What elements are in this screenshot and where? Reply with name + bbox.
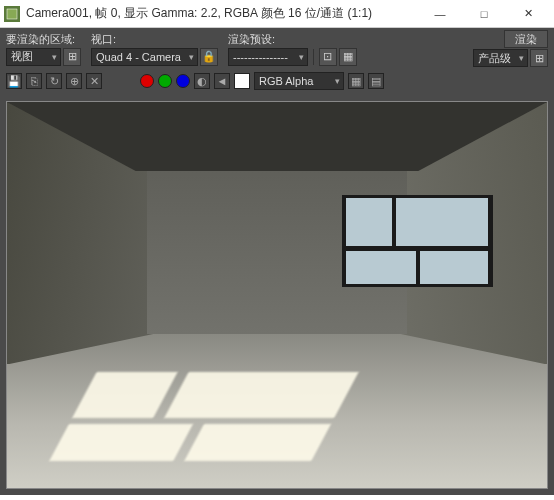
clone-icon[interactable]: ↻ — [46, 73, 62, 89]
rendered-room — [7, 102, 547, 488]
viewport-dropdown[interactable]: Quad 4 - Camera — [91, 48, 198, 66]
viewport-label: 视口: — [91, 32, 218, 47]
window-pane — [346, 198, 391, 246]
render-area-dropdown[interactable]: 视图 — [6, 48, 61, 66]
close-button[interactable]: ✕ — [506, 1, 550, 27]
window-pane — [346, 251, 416, 283]
toolbar: 要渲染的区域: 视图 ⊞ 视口: Quad 4 - Camera 🔒 渲染预设:… — [0, 28, 554, 95]
area-tool-button[interactable]: ⊞ — [63, 48, 81, 66]
window-pane — [396, 198, 488, 246]
window-controls: — □ ✕ — [418, 1, 550, 27]
viewport-container — [0, 95, 554, 495]
viewport-group: 视口: Quad 4 - Camera 🔒 — [91, 32, 218, 66]
render-output — [6, 101, 548, 489]
room-window — [342, 195, 493, 288]
toolbar-row-2: 💾 ⎘ ↻ ⊕ ✕ ◐ ◄ RGB Alpha ▦ ▤ — [6, 69, 548, 93]
add-icon[interactable]: ⊕ — [66, 73, 82, 89]
svg-rect-0 — [7, 9, 17, 19]
render-area-label: 要渲染的区域: — [6, 32, 81, 47]
window-pane — [420, 251, 488, 283]
lock-button[interactable]: 🔒 — [200, 48, 218, 66]
app-icon — [4, 6, 20, 22]
window-frame — [342, 195, 493, 288]
preset-tool1-button[interactable]: ⊡ — [319, 48, 337, 66]
floor-light-projection — [47, 372, 366, 465]
toolbar-row-1: 要渲染的区域: 视图 ⊞ 视口: Quad 4 - Camera 🔒 渲染预设:… — [6, 30, 548, 67]
blue-channel-button[interactable] — [176, 74, 190, 88]
display-mode1-button[interactable]: ▦ — [348, 73, 364, 89]
save-icon[interactable]: 💾 — [6, 73, 22, 89]
render-button[interactable]: 渲染 — [504, 30, 548, 48]
preset-tool2-button[interactable]: ▦ — [339, 48, 357, 66]
render-area-group: 要渲染的区域: 视图 ⊞ — [6, 32, 81, 66]
titlebar: Camera001, 帧 0, 显示 Gamma: 2.2, RGBA 颜色 1… — [0, 0, 554, 28]
preset-group: 渲染预设: --------------- ⊡ ▦ — [228, 32, 357, 66]
quality-tool-button[interactable]: ⊞ — [530, 49, 548, 67]
copy-icon[interactable]: ⎘ — [26, 73, 42, 89]
mono-button[interactable]: ◐ — [194, 73, 210, 89]
minimize-button[interactable]: — — [418, 1, 462, 27]
display-mode2-button[interactable]: ▤ — [368, 73, 384, 89]
clear-icon[interactable]: ✕ — [86, 73, 102, 89]
slider-button[interactable]: ◄ — [214, 73, 230, 89]
color-swatch[interactable] — [234, 73, 250, 89]
window-title: Camera001, 帧 0, 显示 Gamma: 2.2, RGBA 颜色 1… — [26, 5, 418, 22]
green-channel-button[interactable] — [158, 74, 172, 88]
red-channel-button[interactable] — [140, 74, 154, 88]
preset-label: 渲染预设: — [228, 32, 357, 47]
quality-dropdown[interactable]: 产品级 — [473, 49, 528, 67]
render-group: 渲染 产品级 ⊞ — [473, 30, 548, 67]
channel-dropdown[interactable]: RGB Alpha — [254, 72, 344, 90]
maximize-button[interactable]: □ — [462, 1, 506, 27]
preset-dropdown[interactable]: --------------- — [228, 48, 308, 66]
